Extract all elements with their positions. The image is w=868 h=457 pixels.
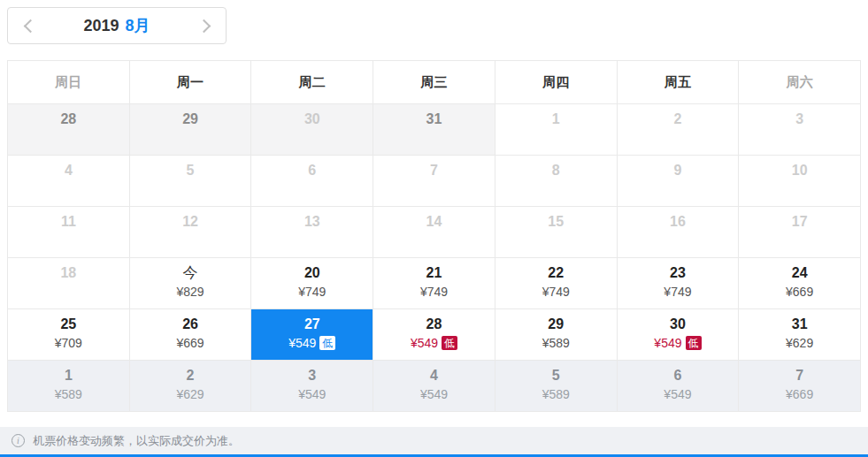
day-number: 30 bbox=[304, 110, 320, 128]
day-number: 31 bbox=[426, 110, 442, 128]
calendar-cell[interactable]: 30¥549低 bbox=[618, 309, 740, 361]
calendar-cell[interactable]: 25¥709 bbox=[8, 309, 130, 361]
calendar-cell[interactable]: 7¥669 bbox=[739, 361, 861, 412]
day-number: 31 bbox=[792, 316, 808, 333]
day-number: 5 bbox=[552, 367, 560, 385]
price-row: ¥669 bbox=[786, 284, 813, 300]
day-number: 17 bbox=[792, 213, 808, 231]
calendar-cell[interactable]: 20¥749 bbox=[251, 258, 373, 309]
price-row: ¥549低 bbox=[411, 335, 457, 351]
month-label: 8月 bbox=[126, 15, 150, 36]
calendar-grid-body: 28293031123456789101112131415161718今¥829… bbox=[8, 104, 861, 412]
chevron-right-icon bbox=[196, 19, 211, 33]
calendar-cell: 29 bbox=[130, 104, 252, 156]
next-month-button[interactable] bbox=[190, 11, 220, 41]
low-price-badge: 低 bbox=[442, 336, 457, 350]
day-number: 13 bbox=[304, 213, 320, 231]
calendar-cell[interactable]: 4¥549 bbox=[373, 361, 495, 412]
calendar-cell: 28 bbox=[8, 104, 130, 156]
day-number: 29 bbox=[548, 316, 564, 333]
price-label: ¥549 bbox=[664, 386, 691, 402]
weekday-header: 周二 bbox=[251, 61, 373, 104]
calendar-cell[interactable]: 26¥669 bbox=[130, 309, 252, 361]
day-number: 28 bbox=[60, 110, 76, 128]
price-label: ¥549 bbox=[420, 386, 448, 402]
price-row: ¥549低 bbox=[654, 335, 701, 351]
price-label: ¥669 bbox=[176, 335, 204, 351]
price-row: ¥749 bbox=[298, 284, 326, 300]
price-row: ¥589 bbox=[55, 386, 82, 402]
calendar-cell: 3 bbox=[739, 104, 861, 156]
day-number: 3 bbox=[795, 110, 803, 128]
price-label: ¥749 bbox=[664, 284, 691, 300]
calendar-cell[interactable]: 29¥589 bbox=[495, 309, 618, 361]
calendar-cell[interactable]: 6¥549 bbox=[618, 361, 740, 412]
price-label: ¥749 bbox=[420, 284, 448, 300]
price-label: ¥749 bbox=[298, 284, 326, 300]
day-number: 2 bbox=[673, 110, 681, 128]
day-number: 12 bbox=[182, 213, 198, 231]
calendar-cell[interactable]: 22¥749 bbox=[495, 258, 618, 309]
price-label: ¥549 bbox=[411, 335, 438, 351]
prev-month-button[interactable] bbox=[13, 11, 43, 41]
calendar-cell[interactable]: 今¥829 bbox=[130, 258, 252, 309]
calendar-cell: 31 bbox=[373, 104, 495, 156]
price-label: ¥629 bbox=[786, 335, 813, 351]
price-row: ¥549 bbox=[664, 386, 691, 402]
day-number: 2 bbox=[187, 367, 195, 385]
price-label: ¥549 bbox=[298, 386, 326, 402]
month-navigator: 2019 8月 bbox=[7, 7, 227, 44]
day-number: 1 bbox=[552, 110, 560, 128]
calendar-cell: 15 bbox=[495, 207, 618, 258]
price-row: ¥829 bbox=[176, 284, 204, 300]
weekday-header: 周三 bbox=[373, 61, 495, 104]
calendar-cell[interactable]: 5¥589 bbox=[495, 361, 618, 412]
calendar-cell: 11 bbox=[8, 207, 130, 258]
price-row: ¥589 bbox=[542, 335, 570, 351]
calendar-cell[interactable]: 2¥629 bbox=[130, 361, 252, 412]
calendar-cell[interactable]: 28¥549低 bbox=[373, 309, 495, 361]
calendar-cell-selected[interactable]: 27¥549低 bbox=[251, 309, 373, 361]
price-row: ¥549低 bbox=[288, 335, 335, 351]
day-number: 30 bbox=[670, 316, 686, 333]
calendar-cell: 9 bbox=[618, 156, 740, 207]
calendar: 周日周一周二周三周四周五周六 2829303112345678910111213… bbox=[7, 60, 861, 412]
day-number: 16 bbox=[670, 213, 686, 231]
day-number: 29 bbox=[182, 110, 198, 128]
weekday-header: 周六 bbox=[739, 61, 861, 104]
calendar-cell[interactable]: 1¥589 bbox=[8, 361, 130, 412]
calendar-cell: 4 bbox=[8, 156, 130, 207]
price-label: ¥669 bbox=[786, 386, 813, 402]
day-number: 22 bbox=[548, 264, 564, 282]
calendar-cell: 30 bbox=[251, 104, 373, 156]
calendar-cell[interactable]: 21¥749 bbox=[373, 258, 495, 309]
calendar-cell: 17 bbox=[739, 207, 861, 258]
calendar-cell: 8 bbox=[495, 156, 618, 207]
price-row: ¥669 bbox=[786, 386, 813, 402]
weekday-header: 周一 bbox=[130, 61, 252, 104]
day-number: 9 bbox=[673, 162, 681, 179]
chevron-left-icon bbox=[23, 19, 37, 33]
calendar-cell: 18 bbox=[8, 258, 130, 309]
price-label: ¥669 bbox=[786, 284, 813, 300]
price-label: ¥629 bbox=[176, 386, 204, 402]
day-number: 5 bbox=[187, 162, 195, 179]
day-number: 23 bbox=[670, 264, 686, 282]
day-number: 26 bbox=[182, 316, 198, 333]
price-label: ¥589 bbox=[542, 386, 570, 402]
calendar-cell[interactable]: 24¥669 bbox=[739, 258, 861, 309]
day-number: 6 bbox=[673, 367, 681, 385]
low-price-badge: 低 bbox=[319, 336, 335, 350]
day-number: 24 bbox=[792, 264, 808, 282]
price-label: ¥829 bbox=[176, 284, 204, 300]
calendar-cell[interactable]: 23¥749 bbox=[618, 258, 740, 309]
price-row: ¥629 bbox=[176, 386, 204, 402]
price-label: ¥589 bbox=[542, 335, 570, 351]
day-number: 21 bbox=[426, 264, 442, 282]
month-title: 2019 8月 bbox=[83, 15, 150, 36]
price-label: ¥589 bbox=[55, 386, 82, 402]
day-number: 8 bbox=[552, 162, 560, 179]
calendar-cell[interactable]: 31¥629 bbox=[739, 309, 861, 361]
calendar-cell[interactable]: 3¥549 bbox=[251, 361, 373, 412]
price-row: ¥669 bbox=[176, 335, 204, 351]
